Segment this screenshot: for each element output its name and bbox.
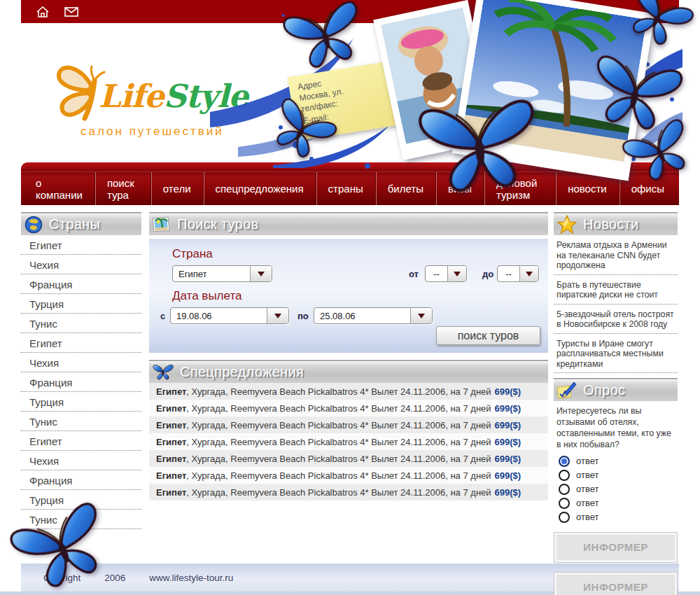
offer-price-link[interactable]: 699($) [495,470,522,481]
informer-button[interactable]: ИНФОРМЕР [554,532,678,563]
price-from-label: от [409,269,419,279]
country-link[interactable]: Франция [21,274,141,294]
photo-icon [153,216,171,234]
offer-price-link[interactable]: 699($) [495,420,522,430]
chevron-down-icon[interactable] [447,266,466,281]
offer-details: , Хургада, Reemyvera Beach Pickalbatros … [186,420,491,430]
informer-button[interactable]: ИНФОРМЕР [554,572,678,595]
date-to-label: по [298,311,309,321]
offer-price-link[interactable]: 699($) [495,386,522,397]
country-link[interactable]: Египет [21,235,141,255]
date-to-value: 25.08.06 [314,308,410,323]
nav-item[interactable]: отели [150,172,203,205]
news-header: Новости [554,212,678,235]
offer-row[interactable]: Египет, Хургада, Reemyvera Beach Pickalb… [149,416,548,433]
offer-row[interactable]: Египет, Хургада, Reemyvera Beach Pickalb… [149,450,548,467]
nav-item[interactable]: деловой туризм [484,172,555,205]
offer-price-link[interactable]: 699($) [495,487,522,498]
poll-option-label: ответ [576,512,598,522]
nav-row: о компаниипоиск тураотелиспецпредложения… [21,172,679,205]
nav-item[interactable]: страны [316,172,375,205]
poll-option[interactable]: ответ [559,512,678,523]
country-link[interactable]: Тунис [21,314,141,333]
offer-price-link[interactable]: 699($) [495,437,522,447]
nav-item[interactable]: визы [435,172,484,205]
poll-radio[interactable] [559,484,570,495]
date-label: Дата вылета [172,289,241,303]
offer-row[interactable]: Египет, Хургада, Reemyvera Beach Pickalb… [149,400,548,416]
poll-option[interactable]: ответ [559,456,678,467]
poll-question: Интересуетесь ли вы отзывами об отелях, … [554,401,678,453]
countries-list: ЕгипетЧехияФранцияТурцияТунисЕгипетЧехия… [21,235,141,529]
date-to-select[interactable]: 25.08.06 [314,307,433,324]
nav-item[interactable]: спецпредложения [203,172,316,205]
nav-item[interactable]: поиск тура [94,172,150,205]
search-tours-button[interactable]: поиск туров [436,326,540,345]
poll-radio[interactable] [559,498,570,509]
page: LifeStyle салон путешествий о компаниипо… [0,0,700,595]
offer-details: , Хургада, Reemyvera Beach Pickalbatros … [186,470,491,481]
logo-tagline: салон путешествий [80,125,224,139]
price-to-value: -- [498,266,519,281]
news-item[interactable]: Брать в путешествие пиратские диски не с… [554,275,678,304]
country-link[interactable]: Франция [21,470,141,490]
right-column: Новости Реклама отдыха в Армении на теле… [554,212,678,595]
nav-item[interactable]: билеты [375,172,435,205]
news-item[interactable]: Туристы в Иране смогут расплачиваться ме… [554,334,678,374]
poll-radio[interactable] [559,456,570,467]
country-link[interactable]: Египет [21,333,141,353]
price-to-select[interactable]: -- [497,265,539,282]
country-link[interactable]: Чехия [21,255,141,274]
offers-list: Египет, Хургада, Reemyvera Beach Pickalb… [149,383,548,500]
chevron-down-icon[interactable] [410,308,432,323]
news-list: Реклама отдыха в Армении на телеканале C… [554,235,678,373]
news-item[interactable]: 5-звездочный отель построят в Новосибирс… [554,304,678,334]
logo-life: Life [99,78,164,115]
offer-row[interactable]: Египет, Хургада, Reemyvera Beach Pickalb… [149,467,548,484]
offer-row[interactable]: Египет, Хургада, Reemyvera Beach Pickalb… [149,433,548,450]
informer-list: ИНФОРМЕРИНФОРМЕР [554,532,678,595]
tour-search-header: Поиск туров [149,212,548,235]
home-icon[interactable] [36,6,49,18]
poll-radio[interactable] [559,470,570,481]
chevron-down-icon[interactable] [519,266,538,281]
country-link[interactable]: Египет [21,431,141,451]
country-link[interactable]: Чехия [21,353,141,372]
country-link[interactable]: Турция [21,294,141,314]
chevron-down-icon[interactable] [250,266,272,281]
offer-row[interactable]: Египет, Хургада, Reemyvera Beach Pickalb… [149,484,548,500]
offer-country: Египет [156,403,186,414]
poll-option[interactable]: ответ [559,498,678,509]
nav-item[interactable]: о компании [24,172,94,205]
countries-title: Страны [49,216,100,232]
logo[interactable]: LifeStyle салон путешествий [52,58,284,149]
nav-item[interactable]: новости [555,172,619,205]
country-link[interactable]: Чехия [21,451,141,470]
country-select[interactable]: Египет [172,265,272,282]
logo-style: Style [164,78,248,115]
country-link[interactable]: Турция [21,392,141,412]
poll-radio[interactable] [559,512,570,523]
chevron-down-icon[interactable] [267,308,288,323]
offer-price-link[interactable]: 699($) [495,454,522,464]
poll-option-label: ответ [576,470,598,480]
poll-option[interactable]: ответ [559,484,678,495]
offer-country: Египет [156,386,186,397]
offer-details: , Хургада, Reemyvera Beach Pickalbatros … [186,386,491,397]
country-link[interactable]: Тунис [21,412,141,431]
topbar [21,0,679,23]
poll-option[interactable]: ответ [559,470,678,481]
offer-country: Египет [156,454,186,464]
nav-item[interactable]: офисы [619,172,676,205]
butterfly-icon [153,363,174,382]
offer-price-link[interactable]: 699($) [495,403,522,414]
news-item[interactable]: Реклама отдыха в Армении на телеканале C… [554,235,678,275]
country-link[interactable]: Франция [21,372,141,392]
mail-icon[interactable] [64,7,78,17]
offer-country: Египет [156,487,186,498]
date-from-label: с [160,311,165,321]
price-from-select[interactable]: -- [425,265,467,282]
offer-row[interactable]: Египет, Хургада, Reemyvera Beach Pickalb… [149,383,548,400]
date-from-select[interactable]: 19.08.06 [170,307,289,324]
offer-details: , Хургада, Reemyvera Beach Pickalbatros … [186,437,491,447]
